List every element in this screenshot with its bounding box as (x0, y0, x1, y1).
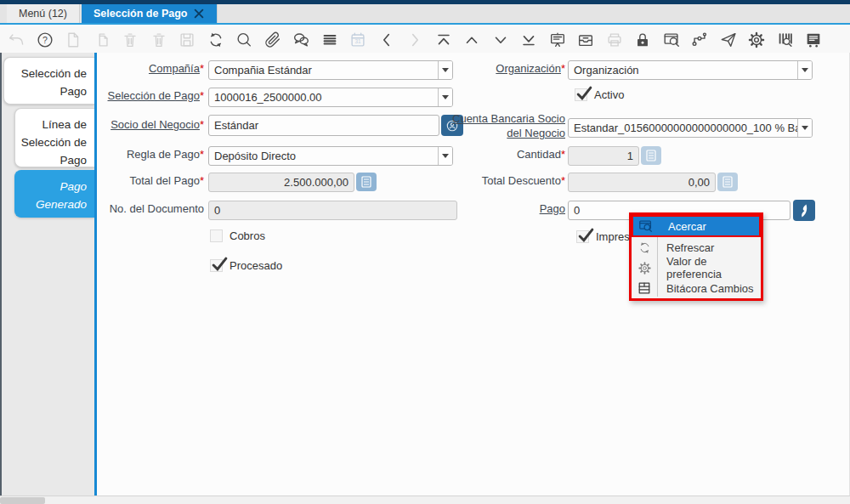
changelog-icon (632, 281, 657, 295)
field-label-compania[interactable]: Compañía* (102, 62, 204, 75)
report-icon[interactable] (548, 31, 567, 49)
required-marker: * (561, 174, 565, 187)
required-marker: * (561, 148, 565, 161)
tab-menu-label: Menú (12) (19, 8, 67, 20)
back-icon[interactable] (377, 31, 396, 49)
total-descuento-calculator-button[interactable] (717, 173, 738, 191)
send-icon[interactable] (719, 31, 738, 49)
context-menu-item-acercar[interactable]: Acercar (632, 215, 761, 237)
save-icon[interactable] (178, 31, 196, 49)
total-descuento-input[interactable]: 0,00 (568, 173, 716, 192)
calculator-icon (646, 150, 656, 161)
preference-icon[interactable] (747, 31, 766, 49)
chevron-down-icon[interactable] (797, 61, 812, 79)
svg-text:?: ? (42, 34, 48, 44)
archive-icon[interactable] (576, 31, 595, 49)
sidebar-tab-label: Pago Generado (36, 180, 87, 211)
pago-quick-action-button[interactable] (793, 200, 815, 221)
lock-icon[interactable] (633, 31, 652, 49)
grid-toggle-icon[interactable] (320, 31, 339, 49)
activo-label: Activo (594, 88, 624, 101)
total-pago-calculator-button[interactable] (356, 173, 377, 191)
tab-menu[interactable]: Menú (12) (7, 4, 80, 23)
close-icon[interactable] (193, 8, 205, 20)
sidebar-tab-label: Selección de Pago (21, 67, 87, 98)
refresh-icon[interactable] (207, 31, 225, 49)
swoosh-icon (798, 204, 810, 218)
field-label-cuenta-bancaria[interactable]: Cuenta Bancaria Socio del Negocio (446, 111, 565, 140)
calendar-icon[interactable]: 31 (348, 31, 367, 49)
tab-rail: Selección de Pago Línea de Selección de … (0, 53, 94, 496)
context-menu: Acercar Refrescar Valor de preferencia B (629, 212, 763, 301)
chevron-down-icon[interactable] (438, 88, 452, 106)
delete-selection-icon[interactable] (150, 31, 168, 49)
impreso-checkbox[interactable] (576, 230, 589, 243)
help-icon[interactable]: ? (36, 31, 54, 49)
zoom-across-icon[interactable] (662, 31, 681, 49)
horizontal-scrollbar[interactable] (0, 496, 850, 504)
cobros-checkbox[interactable] (210, 229, 223, 242)
cantidad-calculator-button[interactable] (641, 146, 661, 165)
first-record-icon[interactable] (434, 31, 453, 49)
last-record-icon[interactable] (519, 31, 538, 49)
delete-record-icon[interactable] (121, 31, 139, 49)
product-info-icon[interactable] (776, 31, 795, 49)
activo-checkbox[interactable] (575, 88, 587, 101)
attachment-icon[interactable] (264, 31, 282, 49)
context-menu-item-valor-preferencia[interactable]: Valor de preferencia (632, 258, 761, 278)
previous-record-icon[interactable] (462, 31, 481, 49)
regla-pago-value: Depósito Directo (209, 147, 438, 165)
socio-negocio-input[interactable]: Estándar (208, 115, 439, 136)
forward-icon[interactable] (405, 31, 424, 49)
tab-seleccion-label: Selección de Pago (94, 8, 187, 20)
cuenta-bancaria-combobox[interactable]: Estandar_01560000000000000000_100 % Banc… (568, 118, 813, 138)
impreso-checkbox-field: Impreso (576, 230, 636, 243)
field-label-socio-negocio[interactable]: Socio del Negocio* (102, 118, 204, 131)
organizacion-combobox[interactable]: Organización (568, 60, 813, 80)
field-label-regla-pago[interactable]: Regla de Pago* (102, 148, 204, 161)
workflow-icon[interactable] (690, 31, 709, 49)
no-documento-input[interactable]: 0 (208, 201, 457, 220)
field-label-no-documento: No. del Documento (102, 202, 204, 215)
seleccion-pago-combobox[interactable]: 1000016_2500000.00 (208, 88, 453, 107)
new-record-icon[interactable] (64, 31, 82, 49)
required-marker: * (200, 148, 204, 161)
procesado-checkbox-field: Procesado (210, 259, 282, 272)
procesado-label: Procesado (230, 259, 282, 272)
required-marker: * (200, 89, 204, 102)
window-tabstrip: Menú (12) Selección de Pago (0, 4, 850, 25)
cantidad-input[interactable]: 1 (568, 146, 639, 166)
regla-pago-combobox[interactable]: Depósito Directo (208, 146, 453, 166)
print-icon[interactable] (605, 31, 624, 49)
total-pago-input[interactable]: 2.500.000,00 (208, 173, 354, 192)
tab-seleccion-de-pago[interactable]: Selección de Pago (82, 4, 218, 23)
sidebar-tab-pago-generado[interactable]: Pago Generado (14, 170, 94, 218)
menu-item-label: Acercar (659, 220, 706, 233)
menu-item-label: Refrescar (657, 241, 714, 254)
field-label-cantidad: Cantidad* (446, 148, 565, 161)
field-label-seleccion-pago[interactable]: Selección de Pago* (102, 89, 204, 102)
sidebar-tab-label: Línea de Selección de Pago (21, 118, 87, 167)
csv-report-icon[interactable] (804, 31, 823, 49)
find-icon[interactable] (235, 31, 253, 49)
required-marker: * (200, 62, 204, 75)
sidebar-tab-seleccion-de-pago[interactable]: Selección de Pago (3, 57, 94, 105)
payment-selection-window: Menú (12) Selección de Pago ? 31 (0, 0, 850, 504)
compania-combobox[interactable]: Compañia Estándar (208, 60, 453, 80)
refresh-icon (632, 241, 657, 255)
sidebar-tab-linea-de-seleccion[interactable]: Línea de Selección de Pago (14, 108, 94, 167)
toolbar: ? 31 (0, 26, 850, 53)
copy-record-icon[interactable] (93, 31, 111, 49)
field-label-total-pago: Total del Pago* (102, 174, 204, 187)
procesado-checkbox[interactable] (210, 259, 223, 272)
context-menu-item-bitacora-cambios[interactable]: Bitácora Cambios (632, 278, 761, 298)
field-label-organizacion[interactable]: Organización* (446, 62, 565, 75)
chevron-down-icon[interactable] (797, 119, 812, 137)
svg-text:31: 31 (354, 38, 361, 44)
organizacion-value: Organización (569, 61, 797, 79)
scrollbar-thumb[interactable] (0, 497, 45, 504)
chat-icon[interactable] (292, 31, 310, 49)
next-record-icon[interactable] (491, 31, 510, 49)
undo-icon[interactable] (7, 31, 26, 49)
field-label-pago[interactable]: Pago (446, 202, 565, 215)
